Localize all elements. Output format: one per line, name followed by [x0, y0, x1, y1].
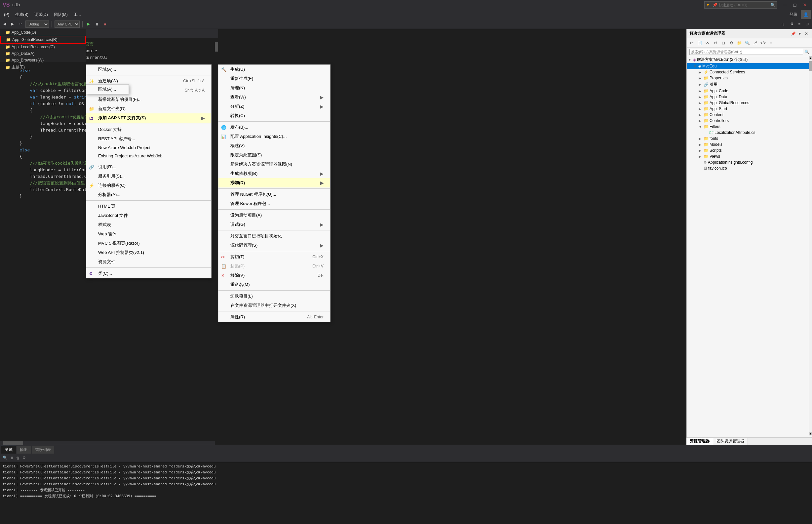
se-node-localization-cs[interactable]: ▶ C# LocalizationAttribute.cs [687, 130, 809, 135]
ctx-item-remove[interactable]: ✕ 移除(V) Del [218, 271, 330, 280]
ctx-item-build-u[interactable]: 🔨 生成(U) [218, 65, 330, 74]
se-node-controllers[interactable]: ▶ 📁 Controllers [687, 118, 809, 124]
stop-button[interactable]: ■ [102, 21, 108, 27]
folder-item-app-data[interactable]: 📁 App_Data(A) [0, 50, 86, 57]
ctx-item-connected-services[interactable]: ⚡ 连接的服务(C) [86, 181, 211, 190]
folder-item-app-code[interactable]: 📁 App_Code(O) [0, 29, 86, 36]
ctx-item-aspnet-folder[interactable]: 🗂 添加 ASP.NET 文件夹(S) ▶ [86, 113, 211, 122]
folder-item-themes[interactable]: 📁 主题(E) [0, 64, 86, 71]
se-tool-filter[interactable]: 🔍 [744, 39, 751, 47]
ctx-item-publish[interactable]: 🌐 发布(B)... [218, 122, 330, 132]
ctx-item-new-view[interactable]: 新建解决方案资源管理器视图(N) [218, 160, 330, 169]
se-tool-collapse[interactable]: ⊟ [720, 39, 727, 47]
ctx-item-class[interactable]: ⚙ 类(C)... [86, 269, 211, 278]
run-button[interactable]: ▶ [85, 21, 92, 27]
ctx-item-mvc5-view[interactable]: MVC 5 视图页(Razor) [86, 239, 211, 248]
scroll-up[interactable]: ▲ [809, 56, 812, 60]
se-pin-button[interactable]: 📌 [790, 31, 796, 37]
se-node-app-start[interactable]: ▶ 📁 App_Start [687, 106, 809, 112]
output-tab-errors[interactable]: 错误列表 [32, 446, 54, 454]
ctx-item-source-control[interactable]: 源代码管理(S) ▶ [218, 241, 330, 250]
scrollbar-thumb[interactable] [215, 42, 218, 52]
se-scrollbar[interactable]: ▲ ▼ [809, 56, 812, 436]
ctx-item-html-page[interactable]: HTML 页 [86, 202, 211, 211]
toolbar-btn-1[interactable]: ↩ [17, 21, 24, 27]
ctx-item-build-deps[interactable]: 生成依赖项(B) ▶ [218, 169, 330, 178]
ctx-item-overview[interactable]: 概述(V) [218, 141, 330, 150]
se-close-button[interactable]: ✕ [803, 31, 809, 37]
menu-item-debug[interactable]: 调试(D) [32, 10, 51, 19]
debug-config-select[interactable]: Debug Release [26, 20, 49, 28]
ctx-item-rest-api[interactable]: REST API 客户端... [86, 134, 211, 144]
se-tab-team-explorer[interactable]: 团队资源管理器 [713, 438, 748, 445]
ctx-sub-item-area[interactable]: 区域(A)... [86, 85, 129, 94]
pause-button[interactable]: ⏸ [93, 21, 101, 27]
ctx-item-new-folder[interactable]: 📁 新建文件夹(D) [86, 104, 211, 113]
se-tool-git[interactable]: ⎇ [751, 39, 759, 47]
toolbar-btn-2[interactable]: ↑↓ [779, 21, 787, 27]
toolbar-btn-3[interactable]: ⇅ [788, 21, 795, 27]
ctx-item-clean[interactable]: 清理(N) [218, 83, 330, 93]
se-node-references[interactable]: ▶ 🔗 引用 [687, 81, 809, 88]
ctx-item-scope[interactable]: 限定为此范围(S) [218, 150, 330, 160]
ctx-item-web-form[interactable]: Web 窗体 [86, 229, 211, 239]
scroll-track[interactable] [809, 60, 812, 432]
ctx-item-stylesheet[interactable]: 样式表 [86, 220, 211, 229]
output-tab-test[interactable]: 测试 [1, 446, 16, 454]
output-toolbar-btn2[interactable]: ⏸ [10, 456, 14, 460]
ctx-item-view[interactable]: 查看(W) ▶ [218, 93, 330, 102]
ctx-item-analyze[interactable]: 分析(Z) ▶ [218, 102, 330, 111]
se-tool-more[interactable]: ≡ [767, 39, 775, 47]
menu-item-p[interactable]: (P) [1, 10, 12, 19]
se-node-appinsights-config[interactable]: ▶ ⚙ ApplicationInsights.config [687, 159, 809, 165]
h-scrollbar-thumb[interactable] [3, 441, 23, 445]
ctx-item-bower[interactable]: 管理 Bower 程序包... [218, 199, 330, 208]
forward-button[interactable]: ▶ [9, 21, 16, 27]
se-tool-open-folder[interactable]: 📁 [735, 39, 743, 47]
cpu-config-select[interactable]: Any CPU x86 x64 [54, 20, 80, 28]
menu-item-build[interactable]: 生成(B) [13, 10, 31, 19]
se-dropdown-button[interactable]: ▼ [797, 31, 803, 37]
se-node-filters[interactable]: ▼ 📁 Filters [687, 124, 809, 130]
ctx-item-area[interactable]: 区域(A)... [86, 65, 211, 74]
scroll-thumb[interactable] [809, 61, 812, 71]
ctx-item-open-folder[interactable]: 在文件资源管理器中打开文件夹(X) [218, 301, 330, 310]
se-node-fonts[interactable]: ▶ 📁 fonts [687, 135, 809, 142]
back-button[interactable]: ◀ [1, 21, 8, 27]
ctx-item-add-d[interactable]: 添加(D) ▶ [218, 178, 330, 187]
scroll-down[interactable]: ▼ [809, 432, 812, 436]
menu-item-team[interactable]: 团队(M) [51, 10, 70, 19]
folder-item-app-local-res[interactable]: 📁 App_LocalResources(C) [0, 44, 86, 50]
output-toolbar-btn4[interactable]: ⚙ [22, 456, 26, 460]
h-scrollbar[interactable] [0, 441, 215, 445]
se-node-models[interactable]: ▶ 📁 Models [687, 142, 809, 147]
ctx-item-set-startup[interactable]: 设为启动项目(A) [218, 211, 330, 220]
maximize-button[interactable]: □ [790, 0, 799, 10]
output-tab-output[interactable]: 输出 [17, 446, 31, 454]
close-button[interactable]: ✕ [800, 0, 809, 10]
folder-item-app-browsers[interactable]: 📁 App_Browsers(W) [0, 57, 86, 64]
ctx-item-interactive[interactable]: 对交互窗口进行项目初始化 [218, 231, 330, 241]
se-node-content[interactable]: ▶ 📁 Content [687, 112, 809, 118]
se-node-properties[interactable]: ▶ 📁 Properties [687, 75, 809, 81]
se-tool-refresh[interactable]: ↺ [712, 39, 719, 47]
ctx-item-properties[interactable]: 属性(R) Alt+Enter [218, 312, 330, 322]
ctx-item-scaffold[interactable]: 新搭建基架的项目(F)... [86, 95, 211, 104]
ctx-item-docker[interactable]: Docker 支持 [86, 125, 211, 134]
se-tab-solution-explorer[interactable]: 资源管理器 [687, 438, 713, 445]
ctx-item-paste[interactable]: 📋 粘贴(P) Ctrl+V [218, 262, 330, 271]
ctx-item-unload[interactable]: 卸载项目(L) [218, 292, 330, 301]
toolbar-btn-5[interactable]: ⊞ [804, 21, 811, 27]
se-tool-new[interactable]: 📄 [696, 39, 703, 47]
ctx-item-debug-g[interactable]: 调试(G) ▶ [218, 220, 330, 229]
se-tool-properties[interactable]: ⚙ [728, 39, 735, 47]
ctx-item-existing-webjob[interactable]: Existing Project as Azure WebJob [86, 152, 211, 160]
menu-item-tools[interactable]: 工... [71, 10, 84, 19]
ctx-item-cut[interactable]: ✂ 剪切(T) Ctrl+X [218, 252, 330, 262]
ctx-item-js-file[interactable]: JavaScript 文件 [86, 211, 211, 220]
account-icon[interactable]: 👤 [801, 10, 811, 19]
ctx-item-reference[interactable]: 🔗 引用(R)... [86, 162, 211, 171]
ctx-item-webapi-controller[interactable]: Web API 控制器类(v2.1) [86, 248, 211, 257]
quick-launch-input[interactable] [719, 3, 769, 7]
se-node-favicon[interactable]: ▶ 🖼 favicon.ico [687, 165, 809, 171]
